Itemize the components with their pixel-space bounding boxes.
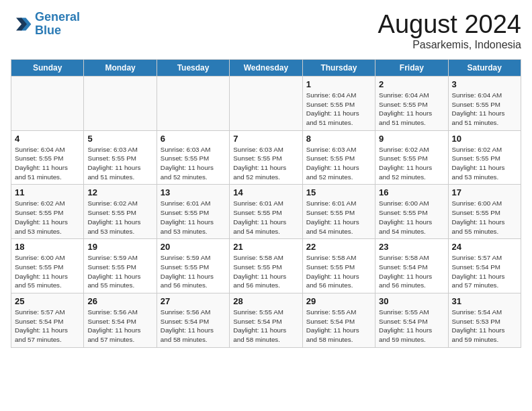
day-info: Sunrise: 6:00 AM Sunset: 5:55 PM Dayligh… (379, 199, 444, 236)
day-number: 25 (15, 296, 80, 306)
day-number: 18 (15, 242, 80, 252)
calendar-cell: 7Sunrise: 6:03 AM Sunset: 5:55 PM Daylig… (230, 130, 302, 185)
calendar-cell (230, 76, 302, 130)
day-header-monday: Monday (84, 59, 157, 76)
day-number: 8 (306, 134, 371, 144)
day-info: Sunrise: 5:58 AM Sunset: 5:55 PM Dayligh… (306, 253, 371, 290)
day-info: Sunrise: 6:02 AM Sunset: 5:55 PM Dayligh… (379, 145, 444, 182)
day-number: 19 (87, 242, 152, 252)
calendar-cell: 4Sunrise: 6:04 AM Sunset: 5:55 PM Daylig… (11, 130, 84, 185)
day-number: 14 (233, 187, 298, 197)
calendar-cell (11, 76, 84, 130)
day-number: 26 (87, 296, 152, 306)
calendar-cell: 30Sunrise: 5:55 AM Sunset: 5:54 PM Dayli… (375, 293, 448, 348)
logo: General Blue (11, 11, 80, 38)
day-number: 9 (379, 134, 444, 144)
calendar-cell: 27Sunrise: 5:56 AM Sunset: 5:54 PM Dayli… (157, 293, 229, 348)
calendar-cell: 14Sunrise: 6:01 AM Sunset: 5:55 PM Dayli… (230, 185, 302, 239)
day-info: Sunrise: 5:57 AM Sunset: 5:54 PM Dayligh… (15, 308, 80, 345)
day-number: 7 (233, 134, 298, 144)
day-info: Sunrise: 5:58 AM Sunset: 5:54 PM Dayligh… (379, 253, 444, 290)
calendar-cell: 23Sunrise: 5:58 AM Sunset: 5:54 PM Dayli… (375, 239, 448, 293)
calendar-week-1: 1Sunrise: 6:04 AM Sunset: 5:55 PM Daylig… (11, 76, 521, 130)
calendar-cell: 17Sunrise: 6:00 AM Sunset: 5:55 PM Dayli… (448, 185, 521, 239)
calendar-cell: 28Sunrise: 5:55 AM Sunset: 5:54 PM Dayli… (230, 293, 302, 348)
day-number: 12 (87, 187, 152, 197)
day-info: Sunrise: 6:04 AM Sunset: 5:55 PM Dayligh… (15, 145, 80, 182)
calendar-cell: 10Sunrise: 6:02 AM Sunset: 5:55 PM Dayli… (448, 130, 521, 185)
day-number: 21 (233, 242, 298, 252)
calendar-cell: 20Sunrise: 5:59 AM Sunset: 5:55 PM Dayli… (157, 239, 229, 293)
day-header-wednesday: Wednesday (230, 59, 302, 76)
day-number: 1 (306, 79, 371, 89)
day-header-friday: Friday (375, 59, 448, 76)
calendar-cell: 31Sunrise: 5:54 AM Sunset: 5:53 PM Dayli… (448, 293, 521, 348)
calendar-week-4: 18Sunrise: 6:00 AM Sunset: 5:55 PM Dayli… (11, 239, 521, 293)
day-info: Sunrise: 6:04 AM Sunset: 5:55 PM Dayligh… (306, 91, 371, 128)
calendar-cell: 21Sunrise: 5:58 AM Sunset: 5:55 PM Dayli… (230, 239, 302, 293)
calendar-cell: 19Sunrise: 5:59 AM Sunset: 5:55 PM Dayli… (84, 239, 157, 293)
day-number: 17 (452, 187, 517, 197)
day-number: 29 (306, 296, 371, 306)
calendar-cell: 3Sunrise: 6:04 AM Sunset: 5:55 PM Daylig… (448, 76, 521, 130)
day-number: 5 (87, 134, 152, 144)
day-info: Sunrise: 5:54 AM Sunset: 5:53 PM Dayligh… (452, 308, 517, 345)
day-info: Sunrise: 5:58 AM Sunset: 5:55 PM Dayligh… (233, 253, 298, 290)
day-number: 3 (452, 79, 517, 89)
day-info: Sunrise: 6:01 AM Sunset: 5:55 PM Dayligh… (161, 199, 226, 236)
day-header-sunday: Sunday (11, 59, 84, 76)
day-info: Sunrise: 6:04 AM Sunset: 5:55 PM Dayligh… (452, 91, 517, 128)
calendar-cell: 2Sunrise: 6:04 AM Sunset: 5:55 PM Daylig… (375, 76, 448, 130)
calendar-cell: 8Sunrise: 6:03 AM Sunset: 5:55 PM Daylig… (302, 130, 375, 185)
calendar-cell: 29Sunrise: 5:55 AM Sunset: 5:54 PM Dayli… (302, 293, 375, 348)
day-info: Sunrise: 6:02 AM Sunset: 5:55 PM Dayligh… (452, 145, 517, 182)
calendar-cell: 5Sunrise: 6:03 AM Sunset: 5:55 PM Daylig… (84, 130, 157, 185)
day-info: Sunrise: 5:55 AM Sunset: 5:54 PM Dayligh… (233, 308, 298, 345)
calendar-cell: 1Sunrise: 6:04 AM Sunset: 5:55 PM Daylig… (302, 76, 375, 130)
calendar-cell: 6Sunrise: 6:03 AM Sunset: 5:55 PM Daylig… (157, 130, 229, 185)
day-number: 30 (379, 296, 444, 306)
day-info: Sunrise: 5:56 AM Sunset: 5:54 PM Dayligh… (161, 308, 226, 345)
day-info: Sunrise: 6:00 AM Sunset: 5:55 PM Dayligh… (452, 199, 517, 236)
day-info: Sunrise: 6:04 AM Sunset: 5:55 PM Dayligh… (379, 91, 444, 128)
day-number: 27 (161, 296, 226, 306)
title-block: August 2024 Pasarkemis, Indonesia (378, 11, 521, 51)
day-number: 2 (379, 79, 444, 89)
day-number: 13 (161, 187, 226, 197)
calendar-cell (84, 76, 157, 130)
day-number: 15 (306, 187, 371, 197)
calendar-cell: 15Sunrise: 6:01 AM Sunset: 5:55 PM Dayli… (302, 185, 375, 239)
day-header-tuesday: Tuesday (157, 59, 229, 76)
calendar-cell: 11Sunrise: 6:02 AM Sunset: 5:55 PM Dayli… (11, 185, 84, 239)
page-header: General Blue August 2024 Pasarkemis, Ind… (11, 11, 521, 51)
calendar-table: SundayMondayTuesdayWednesdayThursdayFrid… (11, 59, 521, 348)
day-info: Sunrise: 6:01 AM Sunset: 5:55 PM Dayligh… (306, 199, 371, 236)
calendar-cell: 13Sunrise: 6:01 AM Sunset: 5:55 PM Dayli… (157, 185, 229, 239)
day-info: Sunrise: 6:03 AM Sunset: 5:55 PM Dayligh… (161, 145, 226, 182)
day-number: 20 (161, 242, 226, 252)
day-number: 22 (306, 242, 371, 252)
day-number: 16 (379, 187, 444, 197)
calendar-cell: 16Sunrise: 6:00 AM Sunset: 5:55 PM Dayli… (375, 185, 448, 239)
calendar-cell (157, 76, 229, 130)
day-info: Sunrise: 6:03 AM Sunset: 5:55 PM Dayligh… (233, 145, 298, 182)
day-number: 6 (161, 134, 226, 144)
calendar-cell: 25Sunrise: 5:57 AM Sunset: 5:54 PM Dayli… (11, 293, 84, 348)
day-info: Sunrise: 6:02 AM Sunset: 5:55 PM Dayligh… (15, 199, 80, 236)
calendar-cell: 12Sunrise: 6:02 AM Sunset: 5:55 PM Dayli… (84, 185, 157, 239)
subtitle: Pasarkemis, Indonesia (378, 39, 521, 51)
day-info: Sunrise: 5:57 AM Sunset: 5:54 PM Dayligh… (452, 253, 517, 290)
calendar-cell: 9Sunrise: 6:02 AM Sunset: 5:55 PM Daylig… (375, 130, 448, 185)
calendar-week-5: 25Sunrise: 5:57 AM Sunset: 5:54 PM Dayli… (11, 293, 521, 348)
day-header-thursday: Thursday (302, 59, 375, 76)
day-number: 31 (452, 296, 517, 306)
calendar-week-2: 4Sunrise: 6:04 AM Sunset: 5:55 PM Daylig… (11, 130, 521, 185)
calendar-week-3: 11Sunrise: 6:02 AM Sunset: 5:55 PM Dayli… (11, 185, 521, 239)
day-number: 23 (379, 242, 444, 252)
logo-text: General Blue (35, 11, 80, 38)
day-number: 24 (452, 242, 517, 252)
day-info: Sunrise: 5:59 AM Sunset: 5:55 PM Dayligh… (87, 253, 152, 290)
day-info: Sunrise: 5:55 AM Sunset: 5:54 PM Dayligh… (379, 308, 444, 345)
day-info: Sunrise: 6:00 AM Sunset: 5:55 PM Dayligh… (15, 253, 80, 290)
day-info: Sunrise: 6:01 AM Sunset: 5:55 PM Dayligh… (233, 199, 298, 236)
